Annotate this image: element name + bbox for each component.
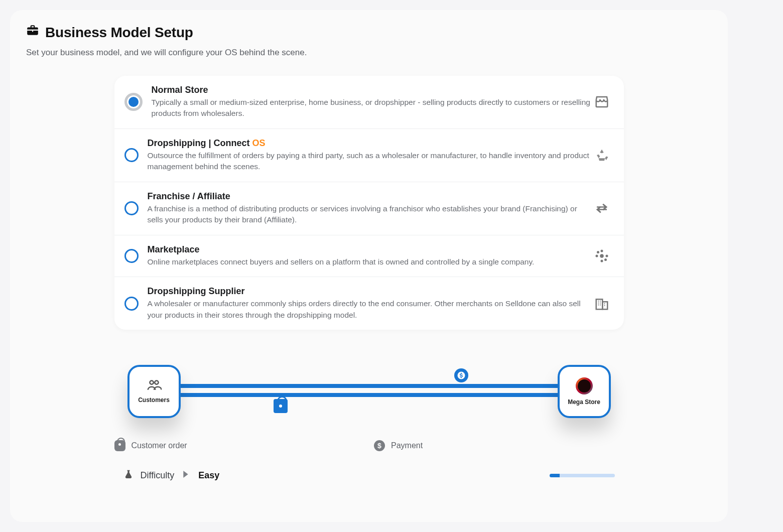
option-title: Dropshipping Supplier — [148, 286, 592, 297]
svg-point-1 — [600, 250, 603, 252]
flow-diagram: Customers Mega Store — [127, 355, 611, 430]
business-model-setup-page: Business Model Setup Set your business m… — [10, 10, 728, 522]
option-title: Dropshipping | Connect OS — [148, 138, 592, 149]
option-desc: A franchise is a method of distributing … — [148, 203, 592, 226]
money-marker-icon — [454, 368, 468, 382]
radio-unselected[interactable] — [124, 249, 139, 263]
flask-icon — [123, 469, 134, 481]
option-desc: Typically a small or medium-sized enterp… — [152, 97, 592, 119]
options-card: Normal Store Typically a small or medium… — [114, 76, 624, 330]
storefront-icon — [592, 94, 612, 109]
difficulty-progress-fill — [550, 474, 560, 477]
page-header: Business Model Setup — [26, 24, 712, 41]
option-dropshipping-supplier[interactable]: Dropshipping Supplier A wholesaler or ma… — [114, 277, 624, 330]
difficulty-row: Difficulty Easy — [123, 469, 624, 481]
legend-payment: $ Payment — [374, 440, 624, 451]
diagram-legend: Customer order $ Payment — [114, 440, 624, 451]
swap-arrows-icon — [592, 201, 612, 216]
store-label: Mega Store — [568, 398, 600, 406]
flow-rail-bottom — [163, 393, 576, 397]
option-desc: Online marketplaces connect buyers and s… — [148, 256, 592, 268]
svg-point-4 — [605, 255, 608, 257]
customers-icon — [147, 379, 162, 392]
option-franchise-affiliate[interactable]: Franchise / Affiliate A franchise is a m… — [114, 182, 624, 235]
option-title: Normal Store — [152, 85, 592, 95]
svg-point-10 — [155, 381, 158, 384]
hub-icon — [592, 248, 612, 263]
svg-point-5 — [597, 251, 599, 253]
option-desc: A wholesaler or manufacturer commonly sh… — [148, 298, 592, 321]
radio-unselected[interactable] — [124, 148, 139, 162]
svg-point-2 — [600, 260, 603, 262]
page-subtitle: Set your business model, and we will con… — [26, 48, 712, 58]
store-logo-icon — [576, 377, 593, 394]
briefcase-icon — [26, 24, 39, 41]
store-node: Mega Store — [558, 365, 611, 418]
option-normal-store[interactable]: Normal Store Typically a small or medium… — [114, 76, 624, 129]
option-marketplace[interactable]: Marketplace Online marketplaces connect … — [114, 235, 624, 277]
difficulty-progress — [550, 474, 615, 477]
radio-unselected[interactable] — [124, 201, 139, 215]
recycle-icon — [592, 148, 612, 163]
difficulty-value: Easy — [198, 470, 219, 481]
option-desc: Outsource the fulfillment of orders by p… — [148, 150, 592, 173]
svg-point-3 — [595, 255, 598, 257]
bag-icon — [114, 440, 125, 451]
flow-diagram-area: Customers Mega Store Customer order $ Pa… — [114, 355, 624, 481]
customers-node: Customers — [127, 365, 181, 418]
page-title: Business Model Setup — [45, 25, 193, 41]
flow-rail-top — [163, 384, 576, 388]
svg-point-0 — [600, 254, 604, 258]
option-title: Franchise / Affiliate — [148, 191, 592, 202]
option-title: Marketplace — [148, 244, 592, 255]
chevron-right-icon — [183, 471, 188, 480]
customers-label: Customers — [138, 396, 170, 404]
money-icon: $ — [374, 440, 385, 451]
difficulty-label: Difficulty — [141, 470, 175, 481]
svg-rect-7 — [596, 299, 602, 309]
radio-selected[interactable] — [124, 93, 143, 111]
legend-order: Customer order — [114, 440, 364, 451]
svg-point-9 — [150, 381, 153, 384]
radio-unselected[interactable] — [124, 297, 139, 311]
bag-marker-icon — [274, 399, 288, 413]
option-dropshipping-connect[interactable]: Dropshipping | Connect OS Outsource the … — [114, 129, 624, 182]
building-icon — [592, 296, 612, 311]
svg-point-6 — [604, 258, 607, 261]
